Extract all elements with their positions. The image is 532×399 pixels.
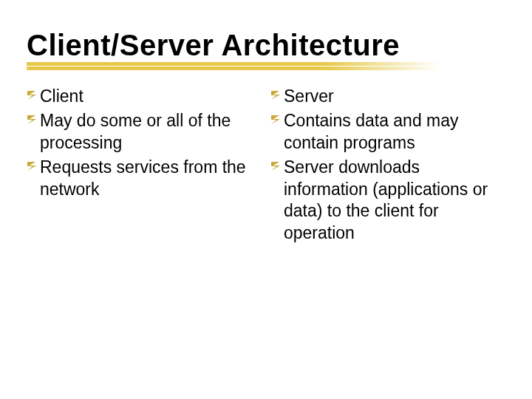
list-item: Requests services from the network bbox=[27, 157, 248, 200]
list-item: Server bbox=[270, 86, 492, 107]
bullet-text: May do some or all of the processing bbox=[40, 110, 248, 154]
column-left: Client May do some or all of the process… bbox=[27, 86, 248, 247]
z-bullet-icon bbox=[270, 86, 284, 105]
bullet-text: Server bbox=[284, 86, 334, 107]
svg-marker-2 bbox=[27, 162, 36, 171]
bullet-text: Requests services from the network bbox=[40, 157, 248, 200]
svg-marker-5 bbox=[271, 162, 280, 171]
bullet-text: Contains data and may contain programs bbox=[284, 110, 492, 154]
svg-marker-4 bbox=[271, 115, 280, 124]
z-bullet-icon bbox=[27, 86, 40, 105]
z-bullet-icon bbox=[270, 157, 284, 176]
title-underline bbox=[27, 62, 440, 69]
list-item: May do some or all of the processing bbox=[27, 110, 248, 154]
z-bullet-icon bbox=[27, 157, 40, 176]
list-item: Server downloads information (applicatio… bbox=[270, 157, 492, 244]
list-item: Contains data and may contain programs bbox=[270, 110, 492, 154]
columns: Client May do some or all of the process… bbox=[27, 86, 505, 247]
title-wrap: Client/Server Architecture bbox=[27, 30, 505, 61]
bullet-text: Server downloads information (applicatio… bbox=[284, 157, 492, 244]
list-item: Client bbox=[27, 86, 248, 107]
svg-marker-0 bbox=[27, 91, 36, 100]
bullet-text: Client bbox=[40, 86, 83, 107]
svg-marker-1 bbox=[27, 115, 36, 124]
z-bullet-icon bbox=[270, 110, 284, 129]
column-right: Server Contains data and may contain pro… bbox=[270, 86, 492, 247]
page-title: Client/Server Architecture bbox=[27, 30, 505, 61]
z-bullet-icon bbox=[27, 110, 40, 129]
slide: Client/Server Architecture Client May do… bbox=[0, 0, 532, 399]
svg-marker-3 bbox=[271, 91, 280, 100]
